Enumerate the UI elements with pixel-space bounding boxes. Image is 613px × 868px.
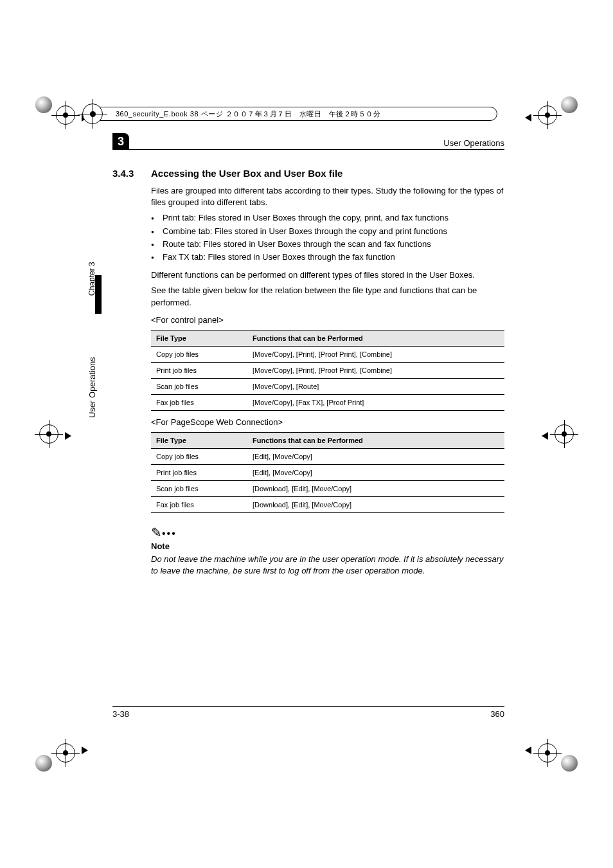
chapter-number-box: 3 xyxy=(112,133,129,150)
registration-mark-top-left xyxy=(35,96,71,132)
page-number-left: 3-38 xyxy=(112,709,129,719)
running-head: User Operations xyxy=(112,138,504,148)
table-row: Scan job files[Download], [Edit], [Move/… xyxy=(151,480,504,496)
table-header: Functions that can be Performed xyxy=(247,432,504,448)
web-connection-table: File TypeFunctions that can be Performed… xyxy=(151,432,504,513)
page-number-right: 360 xyxy=(490,709,504,719)
table-row: Fax job files[Download], [Edit], [Move/C… xyxy=(151,496,504,512)
table-row: Print job files[Move/Copy], [Print], [Pr… xyxy=(151,362,504,378)
note-label: Note xyxy=(151,541,504,551)
registration-mark-bottom-left xyxy=(35,736,71,772)
control-panel-table: File TypeFunctions that can be Performed… xyxy=(151,330,504,411)
intro-paragraph: Files are grouped into different tabs ac… xyxy=(151,185,504,208)
table-header: Functions that can be Performed xyxy=(247,330,504,346)
header-rule xyxy=(112,149,504,150)
table-header: File Type xyxy=(151,330,247,346)
table-row: Print job files[Edit], [Move/Copy] xyxy=(151,464,504,480)
note-block: ✎••• Note Do not leave the machine while… xyxy=(151,525,504,577)
registration-mark-mid-right xyxy=(542,424,578,460)
table-header: File Type xyxy=(151,432,247,448)
list-item: Fax TX tab: Files stored in User Boxes t… xyxy=(151,251,504,263)
table-row: Copy job files[Move/Copy], [Print], [Pro… xyxy=(151,346,504,362)
table-caption: <For control panel> xyxy=(151,315,504,325)
registration-mark-mid-left xyxy=(35,424,71,460)
list-item: Print tab: Files stored in User Boxes th… xyxy=(151,212,504,224)
table-row: Copy job files[Edit], [Move/Copy] xyxy=(151,448,504,464)
paragraph: Different functions can be performed on … xyxy=(151,269,504,281)
source-file-bar: 360_security_E.book 38 ページ ２００７年３月７日 水曜日… xyxy=(87,107,497,121)
table-caption: <For PageScope Web Connection> xyxy=(151,417,504,427)
table-row: Scan job files[Move/Copy], [Route] xyxy=(151,378,504,394)
side-title-label: User Operations xyxy=(87,357,97,418)
section-number: 3.4.3 xyxy=(112,168,151,179)
table-row: Fax job files[Move/Copy], [Fax TX], [Pro… xyxy=(151,394,504,410)
list-item: Combine tab: Files stored in User Boxes … xyxy=(151,226,504,237)
side-chapter-label: Chapter 3 xyxy=(87,262,96,296)
registration-mark-top-right xyxy=(542,96,578,132)
list-item: Route tab: Files stored in User Boxes th… xyxy=(151,239,504,250)
note-icon: ✎ xyxy=(151,525,162,539)
page-footer: 3-38 360 xyxy=(112,706,504,719)
bullet-list: Print tab: Files stored in User Boxes th… xyxy=(151,212,504,263)
section-title: Accessing the User Box and User Box file xyxy=(151,168,342,179)
note-dots-icon: ••• xyxy=(162,528,177,539)
source-file-text: 360_security_E.book 38 ページ ２００７年３月７日 水曜日… xyxy=(116,109,380,119)
paragraph: See the table given below for the relati… xyxy=(151,285,504,308)
registration-mark-bottom-right xyxy=(542,736,578,772)
note-text: Do not leave the machine while you are i… xyxy=(151,554,504,577)
